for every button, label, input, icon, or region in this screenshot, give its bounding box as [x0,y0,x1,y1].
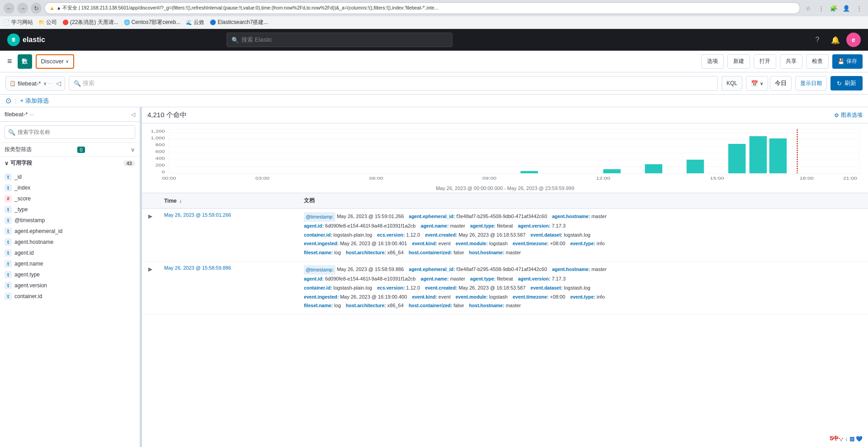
data-table: Time ↓ 文档 ▶ May 26, 2023 @ 15: [142,193,868,314]
row2-ephemeral-val: f3e48af7-b295-4508-9db0-471af3442c60 [456,265,548,275]
row2-eventdataset-key: event.dataset: [531,284,563,293]
field-item-agent-name[interactable]: t agent.name [0,258,140,269]
row1-agentid-val: 6d090fe8-e154-461f-9a48-e10391f1a2cb [325,222,417,231]
field-item-hostname[interactable]: t agent.hostname [0,237,140,247]
new-button[interactable]: 新建 [727,54,750,69]
refresh-button[interactable]: ↻ 刷新 [830,76,863,90]
bookmark-xuexiwangzhan[interactable]: 📄 学习网站 [4,19,33,26]
sidebar-search-input[interactable] [5,125,135,139]
global-search[interactable]: 🔍 搜索 Elastic [226,33,453,47]
row2-expand-button[interactable]: ▶ [147,265,153,273]
field-item-type[interactable]: t _type [0,204,140,215]
row1-eventdataset-val: logstash.log [564,231,590,240]
index-dropdown-icon: ∨ [43,81,47,86]
app-icon-button[interactable]: 数 [18,54,32,69]
row2-eventcreated-key: event.created: [425,284,457,293]
extensions-button[interactable]: 🧩 [828,3,839,14]
field-type-badge-ephemeral-id: t [5,228,12,235]
profile-button[interactable]: 👤 [841,3,852,14]
row2-hosthostname-key: host.hostname: [469,301,504,310]
elastic-logo[interactable]: elastic [7,33,45,46]
kql-toggle-button[interactable]: KQL [722,76,742,90]
field-item-id[interactable]: t _id [0,171,140,182]
field-item-score[interactable]: # _score [0,193,140,204]
index-pattern-selector[interactable]: 📋 filebeat-* ∨ ··· ◁ [5,76,65,90]
browser-actions: ☆ ⋮ 🧩 👤 ⋮ [803,3,864,14]
svg-rect-21 [687,160,704,173]
date-picker-button[interactable]: 📅 ∨ [746,76,768,90]
svg-rect-24 [769,138,787,173]
sidebar-fields-list: t _id t _index # _score t _type t @times… [0,170,140,447]
row2-agentid-val: 6d090fe8-e154-461f-9a48-e10391f1a2cb [325,275,417,284]
histogram-chart: 1,200 1,000 800 600 400 200 0 [147,127,863,186]
table-time-header[interactable]: Time ↓ [159,193,298,209]
nav-actions: ? 🔔 e [810,33,861,47]
table-row: ▶ May 26, 2023 @ 15:58:59.886 @timestamp… [142,262,868,314]
data-table-wrapper[interactable]: Time ↓ 文档 ▶ May 26, 2023 @ 15: [142,193,868,447]
reload-button[interactable]: ↻ [31,3,42,14]
chart-options-button[interactable]: ⚙ 图表选项 [834,111,863,119]
add-filter-button[interactable]: + 添加筛选 [20,97,48,105]
chart-area: 1,200 1,000 800 600 400 200 0 [142,124,868,193]
row2-eventtimezone-val: +08:00 [550,293,566,302]
search-placeholder: 搜索 Elastic [241,36,272,44]
filter-separator: | [15,97,16,104]
forward-button[interactable]: → [17,3,28,14]
search-input-container[interactable]: 🔍 搜索 [69,76,718,90]
svg-text:03:00: 03:00 [255,176,269,181]
hamburger-menu-button[interactable]: ≡ [5,55,14,68]
inspect-button[interactable]: 检查 [806,54,829,69]
filter-options-button[interactable]: ⊙ [5,96,11,105]
calendar-icon: 📅 [751,80,758,87]
field-name-agent-id: agent.id [14,250,34,256]
options-button[interactable]: 选项 [701,54,724,69]
row2-expand-cell[interactable]: ▶ [142,262,159,314]
bookmark-tianhei[interactable]: 🔴 (22条消息) 天黑请... [62,19,118,26]
url-bar[interactable]: ▲ ▲ 不安全 | 192.168.213.138:5601/app/disco… [44,2,800,14]
row1-ephemeral-val: f3e48af7-b295-4508-9db0-471af3442c60 [456,212,548,222]
row1-eventtimezone-val: +08:00 [550,239,566,248]
svg-rect-23 [750,136,767,173]
chrome-menu-button[interactable]: ⋮ [854,3,864,14]
bookmark-elasticsearch[interactable]: 🔵 Elasticsearch7搭建... [210,19,268,26]
date-picker-group: 📅 ∨ 今日 [746,76,792,90]
row2-eventingested-key: event.ingested: [304,293,339,302]
browser-menu-button[interactable]: ⋮ [816,3,826,14]
discover-tab[interactable]: Discover ∨ [36,54,75,69]
user-avatar[interactable]: e [846,33,861,47]
field-type-badge-type: t [5,206,12,213]
row2-eventmodule-key: event.module: [456,293,488,302]
bookmark-yunxiao[interactable]: 🌊 云效 [186,19,204,26]
field-item-agent-version[interactable]: t agent.version [0,280,140,291]
open-button[interactable]: 打开 [754,54,776,69]
row1-expand-button[interactable]: ▶ [147,212,153,220]
field-item-agent-id[interactable]: t agent.id [0,247,140,258]
date-today-button[interactable]: 今日 [770,76,792,90]
row2-containerid-key: container.id: [304,284,332,293]
field-item-agent-type[interactable]: t agent.type [0,269,140,280]
show-date-button[interactable]: 显示日期 [795,76,827,90]
bookmark-gongsi[interactable]: 📁 公司 [38,19,57,26]
field-item-container-id[interactable]: t container.id [0,291,140,302]
bookmark-star-button[interactable]: ☆ [803,3,814,14]
bookmark-centos[interactable]: 🌐 Centos7部署cereb... [124,19,181,26]
row1-expand-cell[interactable]: ▶ [142,209,159,262]
available-fields-toggle-icon[interactable]: ∨ [5,160,9,166]
save-button[interactable]: 💾 保存 [832,54,863,69]
back-button[interactable]: ← [4,3,14,14]
help-center-button[interactable]: ? [810,33,825,47]
row2-doc-line2: agent.id: 6d090fe8-e154-461f-9a48-e10391… [304,275,863,284]
notifications-button[interactable]: 🔔 [828,33,843,47]
field-item-ephemeral-id[interactable]: t agent.ephemeral_id [0,226,140,237]
svg-text:400: 400 [156,156,165,161]
filter-type-expand-button[interactable]: ∨ [131,146,135,153]
field-item-timestamp[interactable]: t @timestamp [0,215,140,226]
sidebar-collapse-icon[interactable]: ◁ [131,111,135,118]
field-type-badge-agent-version: t [5,282,12,289]
field-item-index[interactable]: t _index [0,182,140,193]
sidebar-index-options-button[interactable]: ··· [29,111,34,118]
row1-hostname-key: agent.hostname: [552,212,590,222]
share-button[interactable]: 共享 [780,54,802,69]
collapse-sidebar-button[interactable]: ◁ [56,80,61,87]
filter-circle-icon: ⊙ [5,97,11,105]
